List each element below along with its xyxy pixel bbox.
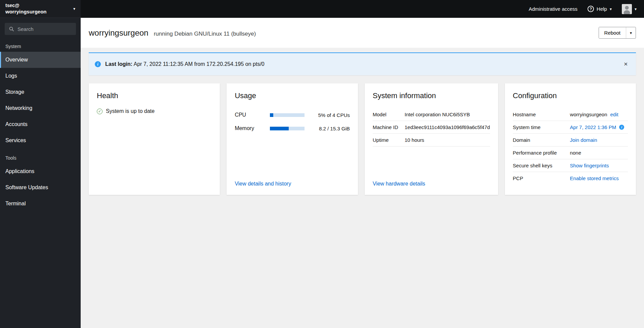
- pcp-label: PCP: [513, 175, 570, 181]
- cpu-progress-bar: [270, 113, 304, 117]
- system-time-link[interactable]: Apr 7, 2022 1:36 PM: [570, 124, 616, 130]
- hostname-value-wrap: worryingsurgeon edit: [570, 112, 618, 117]
- memory-progress-fill: [270, 127, 288, 130]
- help-icon: ?: [588, 6, 594, 12]
- sidebar-item-logs[interactable]: Logs: [0, 68, 81, 84]
- sidebar-item-terminal[interactable]: Terminal: [0, 196, 81, 212]
- overview-cards: Health ✓ System is up to date Usage CPU: [89, 83, 636, 195]
- reboot-split-button: Reboot ▾: [599, 27, 636, 39]
- system-information-card: System information Model Intel corporati…: [365, 83, 498, 195]
- view-details-history-link[interactable]: View details and history: [235, 181, 350, 187]
- chevron-down-icon: ▾: [630, 31, 632, 35]
- system-time-row: System time Apr 7, 2022 1:36 PM i: [513, 121, 628, 134]
- machine-id-label: Machine ID: [373, 124, 405, 130]
- health-status: System is up to date: [106, 108, 155, 114]
- host-switcher-labels: tsec@ worryingsurgeon: [5, 2, 73, 15]
- cpu-usage-row: CPU 5% of 4 CPUs: [235, 108, 350, 122]
- hostname-label: Hostname: [513, 112, 570, 117]
- sidebar-item-software-updates[interactable]: Software Updates: [0, 179, 81, 196]
- host-switcher[interactable]: tsec@ worryingsurgeon ▾: [0, 0, 81, 18]
- system-time-value-wrap: Apr 7, 2022 1:36 PM i: [570, 124, 625, 130]
- main-column: Administrative access ? Help ▾ ▾ worryin…: [81, 0, 644, 328]
- sidebar-item-accounts[interactable]: Accounts: [0, 116, 81, 132]
- administrative-access-label: Administrative access: [529, 6, 577, 12]
- pcp-row: PCP Enable stored metrics: [513, 172, 628, 184]
- cpu-value: 5% of 4 CPUs: [305, 112, 350, 118]
- machine-id-row: Machine ID 1ed3eec9111c4093a1096f69a6c5f…: [373, 121, 490, 134]
- configuration-card: Configuration Hostname worryingsurgeon e…: [505, 83, 636, 195]
- host-name: worryingsurgeon: [5, 8, 73, 15]
- info-icon: i: [619, 125, 624, 130]
- app-window: tsec@ worryingsurgeon ▾ System Overview …: [0, 0, 644, 328]
- page-title: worryingsurgeon: [89, 28, 148, 38]
- memory-label: Memory: [235, 125, 270, 131]
- secure-shell-keys-value-wrap: Show fingerprints: [570, 163, 609, 168]
- chevron-down-icon: ▾: [635, 7, 637, 11]
- search-icon: [9, 27, 14, 33]
- alert-text: Last login: Apr 7, 2022 11:12:35 AM from…: [105, 61, 265, 67]
- usage-card-title: Usage: [235, 91, 350, 100]
- host-user: tsec@: [5, 2, 73, 8]
- sidebar-item-applications[interactable]: Applications: [0, 163, 81, 179]
- title-wrap: worryingsurgeon running Debian GNU/Linux…: [89, 28, 599, 38]
- chevron-down-icon: ▾: [610, 7, 612, 11]
- model-value: Intel corporation NUC6i5SYB: [405, 112, 490, 117]
- uptime-row: Uptime 10 hours: [373, 134, 490, 147]
- show-fingerprints-link[interactable]: Show fingerprints: [570, 163, 609, 168]
- info-icon: i: [95, 61, 101, 67]
- performance-profile-row: Performance profile none: [513, 147, 628, 159]
- avatar: [622, 4, 632, 14]
- configuration-title: Configuration: [513, 91, 628, 100]
- health-card-title: Health: [97, 91, 212, 100]
- memory-progress-bar: [270, 127, 304, 130]
- memory-usage-row: Memory 8.2 / 15.3 GiB: [235, 122, 350, 135]
- hostname-edit-link[interactable]: edit: [610, 112, 618, 117]
- performance-profile-label: Performance profile: [513, 150, 570, 156]
- alert-close-button[interactable]: ✕: [621, 60, 630, 69]
- cpu-progress-fill: [270, 113, 273, 117]
- pcp-value-wrap: Enable stored metrics: [570, 175, 619, 181]
- enable-stored-metrics-link[interactable]: Enable stored metrics: [570, 175, 619, 181]
- hostname-value: worryingsurgeon: [570, 112, 607, 117]
- performance-profile-value-wrap: none: [570, 150, 581, 156]
- performance-profile-value: none: [570, 150, 581, 156]
- domain-value-wrap: Join domain: [570, 137, 597, 143]
- reboot-button[interactable]: Reboot: [599, 27, 626, 38]
- system-time-label: System time: [513, 124, 570, 130]
- uptime-value: 10 hours: [405, 137, 490, 143]
- close-icon: ✕: [623, 61, 628, 67]
- help-label: Help: [597, 6, 607, 12]
- sidebar-nav: System Overview Logs Storage Networking …: [0, 37, 81, 328]
- sidebar: tsec@ worryingsurgeon ▾ System Overview …: [0, 0, 81, 328]
- last-login-alert: i Last login: Apr 7, 2022 11:12:35 AM fr…: [89, 52, 636, 75]
- page-header: worryingsurgeon running Debian GNU/Linux…: [81, 18, 644, 48]
- view-hardware-details-link[interactable]: View hardware details: [373, 181, 490, 187]
- help-menu[interactable]: ? Help ▾: [588, 6, 612, 12]
- sidebar-item-networking[interactable]: Networking: [0, 100, 81, 116]
- join-domain-link[interactable]: Join domain: [570, 137, 597, 143]
- machine-id-value: 1ed3eec9111c4093a1096f69a6c5f47d: [405, 124, 490, 130]
- sidebar-item-services[interactable]: Services: [0, 132, 81, 149]
- sidebar-item-overview[interactable]: Overview: [0, 52, 81, 68]
- nav-section-tools: Tools: [0, 149, 81, 163]
- secure-shell-keys-label: Secure shell keys: [513, 163, 570, 168]
- os-description: running Debian GNU/Linux 11 (bullseye): [154, 31, 256, 37]
- nav-section-system: System: [0, 37, 81, 52]
- administrative-access-button[interactable]: Administrative access: [529, 6, 577, 12]
- search-wrap: [0, 18, 81, 37]
- secure-shell-keys-row: Secure shell keys Show fingerprints: [513, 159, 628, 172]
- masthead: Administrative access ? Help ▾ ▾: [81, 0, 644, 18]
- chevron-down-icon: ▾: [73, 7, 75, 11]
- session-menu[interactable]: ▾: [622, 4, 637, 14]
- health-status-row: ✓ System is up to date: [97, 108, 212, 114]
- uptime-label: Uptime: [373, 137, 405, 143]
- sidebar-item-storage[interactable]: Storage: [0, 84, 81, 100]
- content: i Last login: Apr 7, 2022 11:12:35 AM fr…: [81, 48, 644, 328]
- system-information-title: System information: [373, 91, 490, 100]
- memory-value: 8.2 / 15.3 GiB: [305, 126, 350, 131]
- usage-card: Usage CPU 5% of 4 CPUs Memory 8.2 / 1: [227, 83, 358, 195]
- search-input[interactable]: [5, 23, 76, 35]
- hostname-row: Hostname worryingsurgeon edit: [513, 108, 628, 121]
- reboot-dropdown-toggle[interactable]: ▾: [626, 27, 636, 38]
- alert-message: Apr 7, 2022 11:12:35 AM from 172.20.254.…: [133, 61, 264, 67]
